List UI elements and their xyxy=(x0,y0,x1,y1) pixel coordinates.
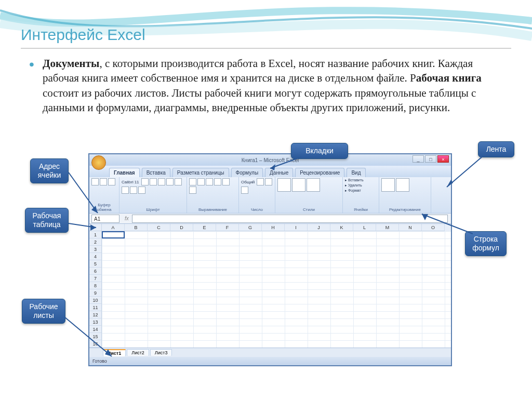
ribbon-button[interactable] xyxy=(396,178,409,192)
ribbon-button[interactable] xyxy=(100,178,107,185)
ribbon-tab[interactable]: Разметка страницы xyxy=(172,168,229,177)
cell-grid[interactable] xyxy=(102,231,451,348)
ribbon-group: Редактирование xyxy=(379,177,431,213)
svg-line-2 xyxy=(447,156,483,187)
ribbon-tabs: ГлавнаяВставкаРазметка страницыФормулыДа… xyxy=(89,166,451,177)
sheet-tab[interactable]: Лист1 xyxy=(103,349,126,356)
column-header[interactable]: A xyxy=(102,224,125,231)
ribbon-tab[interactable]: Главная xyxy=(109,168,140,177)
column-header[interactable]: C xyxy=(148,224,170,231)
column-header[interactable]: B xyxy=(125,224,148,231)
ribbon-button[interactable]: ▸ Вставить xyxy=(345,178,364,182)
row-header[interactable]: 8 xyxy=(89,282,101,289)
column-header[interactable]: J xyxy=(308,224,330,231)
column-header[interactable]: G xyxy=(239,224,262,231)
row-header[interactable]: 2 xyxy=(89,238,101,246)
ribbon-group: Выравнивание xyxy=(187,177,239,213)
column-header[interactable]: I xyxy=(285,224,308,231)
callout-sheets: Рабочие листы xyxy=(22,299,65,324)
row-headers: 1234567891011121314151617181920212223 xyxy=(89,224,102,348)
column-header[interactable]: E xyxy=(193,224,216,231)
row-header[interactable]: 5 xyxy=(89,260,101,268)
row-header[interactable]: 16 xyxy=(89,340,101,348)
column-header[interactable]: K xyxy=(330,224,353,231)
ribbon-group-label: Редактирование xyxy=(381,207,429,212)
column-header[interactable]: F xyxy=(216,224,239,231)
selected-cell[interactable] xyxy=(102,231,125,238)
ribbon-button[interactable] xyxy=(307,178,320,192)
sheet-tab[interactable]: Лист3 xyxy=(150,349,172,356)
ribbon-tab[interactable]: Вид xyxy=(347,168,365,177)
row-header[interactable]: 10 xyxy=(89,297,101,304)
callout-cell-address: Адрес ячейки xyxy=(30,158,69,183)
ribbon-button[interactable] xyxy=(197,178,205,185)
formula-row: A1 fx xyxy=(89,214,451,224)
ribbon-group-label: Стили xyxy=(277,207,340,212)
name-box[interactable]: A1 xyxy=(91,215,119,223)
window-title: Книга1 – Microsoft Excel xyxy=(242,157,299,163)
row-header[interactable]: 3 xyxy=(89,246,101,253)
column-header[interactable]: H xyxy=(262,224,285,231)
ribbon-group-label: Ячейки xyxy=(345,207,377,212)
close-button[interactable]: × xyxy=(437,155,449,163)
ribbon-button[interactable] xyxy=(277,178,291,192)
row-header[interactable]: 9 xyxy=(89,289,101,297)
row-header[interactable]: 12 xyxy=(89,311,101,318)
row-header[interactable]: 15 xyxy=(89,333,101,340)
row-header[interactable]: 7 xyxy=(89,275,101,282)
row-header[interactable]: 1 xyxy=(89,231,101,238)
fx-label[interactable]: fx xyxy=(125,216,129,221)
ribbon-button[interactable] xyxy=(214,178,221,185)
office-button[interactable] xyxy=(91,155,106,170)
ribbon-tab[interactable]: Вставка xyxy=(142,168,170,177)
ribbon-button[interactable] xyxy=(222,178,230,185)
ribbon-button[interactable] xyxy=(206,178,213,185)
column-header[interactable]: M xyxy=(376,224,399,231)
row-header[interactable]: 6 xyxy=(89,268,101,275)
callout-formula-bar: Строка формул xyxy=(465,231,507,256)
callout-ribbon: Лента xyxy=(478,141,514,157)
ribbon-button[interactable]: ▸ Формат xyxy=(345,189,361,193)
title-underline xyxy=(21,48,511,49)
ribbon-group: Стили xyxy=(275,177,343,213)
row-header[interactable]: 11 xyxy=(89,304,101,311)
excel-window: Книга1 – Microsoft Excel _ □ × ГлавнаяВс… xyxy=(88,153,452,366)
ribbon: Буфер обменаCalibri 11ШрифтВыравниваниеО… xyxy=(89,177,451,214)
sheet-tab[interactable]: Лист2 xyxy=(127,349,149,356)
ribbon-button[interactable] xyxy=(108,178,115,185)
column-headers: ABCDEFGHIJKLMNO xyxy=(102,224,451,231)
ribbon-group-label: Шрифт xyxy=(122,207,184,212)
column-header[interactable]: O xyxy=(422,224,445,231)
ribbon-group-label: Число xyxy=(241,207,273,212)
ribbon-button[interactable] xyxy=(292,178,305,192)
minimize-button[interactable]: _ xyxy=(413,155,424,163)
row-header[interactable]: 4 xyxy=(89,253,101,260)
ribbon-group: ОбщийЧисло xyxy=(239,177,275,213)
slide-title: Интерфейс Excel xyxy=(21,26,145,44)
formula-bar[interactable] xyxy=(132,215,448,223)
cells-area[interactable]: ABCDEFGHIJKLMNO xyxy=(102,224,451,348)
window-buttons: _ □ × xyxy=(413,155,449,163)
row-header[interactable]: 14 xyxy=(89,326,101,333)
column-header[interactable]: L xyxy=(353,224,376,231)
ribbon-tab[interactable]: Формулы xyxy=(231,168,263,177)
column-header[interactable]: D xyxy=(170,224,193,231)
body-paragraph: Документы, с которыми производится работ… xyxy=(43,56,500,115)
ribbon-tab[interactable]: Данные xyxy=(265,168,293,177)
ribbon-button[interactable]: ▸ Удалить xyxy=(345,183,362,188)
sheet-tabs: Лист1Лист2Лист3 xyxy=(89,348,451,357)
ribbon-tab[interactable]: Рецензирование xyxy=(295,168,344,177)
ribbon-group: ▸ Вставить▸ Удалить▸ ФорматЯчейки xyxy=(343,177,379,213)
ribbon-group: Буфер обмена xyxy=(89,177,119,213)
arrow-ribbon xyxy=(452,156,494,197)
spreadsheet-grid: 1234567891011121314151617181920212223 AB… xyxy=(89,224,451,348)
row-header[interactable]: 13 xyxy=(89,318,101,326)
ribbon-button[interactable] xyxy=(91,178,99,185)
ribbon-button[interactable] xyxy=(381,178,395,192)
column-header[interactable]: N xyxy=(399,224,422,231)
maximize-button[interactable]: □ xyxy=(425,155,436,163)
titlebar: Книга1 – Microsoft Excel _ □ × xyxy=(89,154,451,166)
ribbon-button[interactable] xyxy=(189,187,196,194)
bullet-icon: • xyxy=(29,57,34,72)
ribbon-button[interactable] xyxy=(189,178,196,185)
